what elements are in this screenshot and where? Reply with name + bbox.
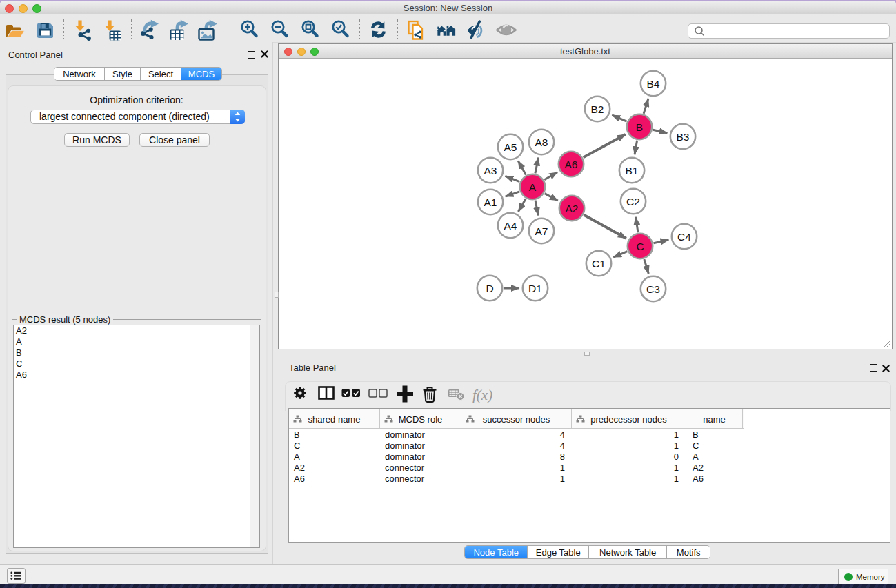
svg-text:B: B	[636, 121, 643, 133]
svg-text:A: A	[529, 181, 537, 193]
svg-text:C2: C2	[626, 196, 640, 207]
svg-text:A2: A2	[566, 203, 579, 214]
svg-text:B2: B2	[591, 103, 604, 115]
svg-text:D: D	[486, 283, 493, 294]
svg-text:C4: C4	[677, 231, 691, 243]
svg-text:A1: A1	[484, 196, 497, 208]
svg-text:A3: A3	[484, 165, 497, 176]
svg-text:C1: C1	[592, 258, 606, 270]
svg-text:A7: A7	[535, 225, 548, 237]
svg-text:A5: A5	[504, 141, 517, 153]
svg-text:B3: B3	[677, 131, 690, 143]
svg-text:A4: A4	[504, 220, 517, 232]
svg-text:B1: B1	[626, 165, 639, 176]
svg-text:A6: A6	[565, 159, 578, 170]
svg-text:B4: B4	[647, 78, 660, 90]
svg-text:C3: C3	[646, 283, 660, 295]
svg-text:C: C	[636, 241, 644, 252]
svg-text:D1: D1	[528, 283, 542, 294]
svg-text:A8: A8	[535, 136, 548, 148]
